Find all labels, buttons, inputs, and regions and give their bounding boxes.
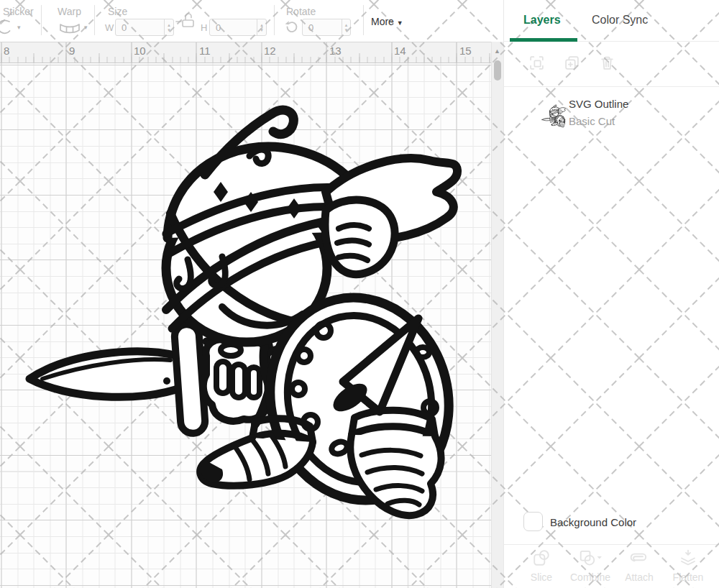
height-field-label: H	[201, 22, 207, 33]
warp-icon[interactable]	[59, 21, 81, 34]
chevron-down-icon[interactable]: ▾	[84, 24, 88, 31]
stepper-up-icon: ▴	[345, 22, 348, 27]
scrollbar-thumb[interactable]	[494, 60, 501, 81]
background-color-label: Background Color	[550, 516, 636, 528]
combine-icon	[578, 548, 603, 568]
more-label: More	[371, 16, 394, 27]
tab-layers[interactable]: Layers	[523, 14, 561, 27]
horizontal-ruler: 8 9 10 11 12 13 14 15	[0, 42, 491, 63]
attach-label: Attach	[615, 571, 664, 583]
edit-toolbar: Sticker ▾ Warp ▾ Size W ▴ ▾ H ▴ ▾ Rotate	[0, 0, 503, 42]
background-color-swatch[interactable]	[523, 512, 543, 531]
ruler-number: 9	[69, 45, 75, 57]
duplicate-icon[interactable]	[564, 55, 580, 71]
background-color-row: Background Color	[504, 510, 719, 535]
ruler-number: 13	[329, 45, 342, 57]
select-all-icon[interactable]	[528, 55, 545, 71]
ruler-number: 10	[134, 45, 146, 57]
chevron-down-icon: ▼	[397, 19, 403, 27]
attach-button[interactable]: Attach	[615, 548, 664, 583]
stepper-down-icon: ▾	[168, 27, 170, 32]
rotate-icon[interactable]	[284, 20, 298, 35]
rotate-label: Rotate	[286, 6, 316, 17]
chevron-down-icon	[597, 556, 602, 559]
rotate-stepper[interactable]: ▴ ▾	[342, 19, 350, 35]
layer-thumbnail	[541, 101, 566, 132]
flatten-button[interactable]: Flatten	[664, 548, 713, 583]
width-input[interactable]	[116, 19, 164, 35]
ruler-number: 11	[199, 45, 211, 57]
stepper-up-icon: ▴	[260, 22, 263, 27]
more-button[interactable]: More ▼	[371, 16, 403, 27]
ruler-number: 8	[4, 45, 9, 57]
height-input[interactable]	[210, 19, 257, 35]
chevron-down-icon[interactable]: ▾	[17, 24, 21, 31]
layer-row[interactable]: SVG Outline Basic Cut	[504, 95, 719, 139]
lock-icon[interactable]	[175, 11, 197, 28]
width-input-group: ▴ ▾	[115, 19, 174, 36]
slice-label: Slice	[517, 571, 566, 583]
tab-color-sync[interactable]: Color Sync	[592, 14, 648, 27]
ruler-number: 15	[459, 45, 472, 57]
canvas-artwork-viking[interactable]	[18, 97, 464, 543]
ruler-number: 12	[264, 45, 276, 57]
layers-panel: Layers Color Sync SVG Outline Basic Cut …	[503, 0, 719, 588]
attach-icon	[630, 548, 649, 568]
rotate-input-group: ▴ ▾	[302, 19, 351, 36]
layer-title: SVG Outline	[569, 98, 628, 110]
trash-icon[interactable]	[599, 55, 615, 71]
width-field-label: W	[105, 22, 114, 33]
canvas-vertical-scrollbar[interactable]: ▲	[491, 42, 503, 588]
slice-icon	[532, 548, 551, 568]
rotate-input[interactable]	[303, 19, 342, 35]
layer-actions-bar: Slice Combine Attach Flatten	[504, 545, 719, 588]
stepper-up-icon: ▴	[168, 22, 170, 27]
warp-label: Warp	[58, 6, 81, 17]
active-tab-underline	[510, 38, 577, 42]
flatten-icon	[679, 548, 697, 568]
width-stepper[interactable]: ▴ ▾	[164, 19, 173, 35]
flatten-label: Flatten	[664, 571, 713, 583]
height-stepper[interactable]: ▴ ▾	[257, 19, 266, 35]
sticker-icon[interactable]	[0, 19, 12, 35]
slice-button[interactable]: Slice	[517, 548, 566, 583]
height-input-group: ▴ ▾	[209, 19, 267, 36]
stepper-down-icon: ▾	[260, 27, 263, 32]
sticker-label: Sticker	[3, 6, 34, 17]
size-label: Size	[108, 6, 127, 17]
ruler-number: 14	[394, 45, 406, 57]
scrollbar-up-icon[interactable]: ▲	[494, 47, 500, 55]
stepper-down-icon: ▾	[345, 27, 348, 32]
layer-cut-type: Basic Cut	[569, 115, 615, 127]
combine-button[interactable]: Combine	[566, 548, 615, 583]
combine-label: Combine	[566, 571, 615, 583]
